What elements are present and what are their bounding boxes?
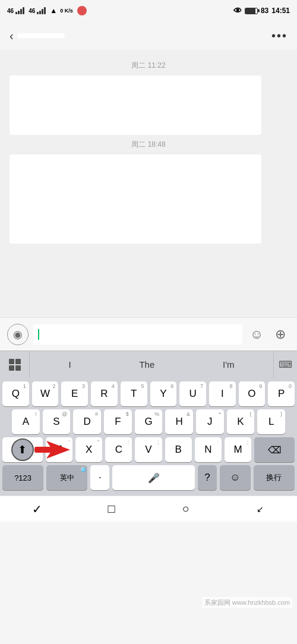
keyboard-row-3: ⬆ 'Z "X :C ;V B :N ;M ⌫ [2, 437, 295, 462]
status-left: 46 46 ▲ 0 K/s [7, 6, 87, 15]
keyboard-row-2: !A @S #D $F %G &H *J (K )L [2, 409, 295, 434]
key-f[interactable]: $F [104, 409, 132, 434]
key-h[interactable]: &H [165, 409, 193, 434]
num123-key[interactable]: ?123 [2, 465, 43, 490]
key-q[interactable]: 1Q [2, 381, 29, 406]
text-cursor [38, 329, 39, 340]
timestamp-1: 周二 11:22 [0, 61, 297, 71]
key-p[interactable]: 0P [268, 381, 295, 406]
plus-icon: ⊕ [275, 327, 286, 342]
key-v[interactable]: ;V [135, 437, 162, 462]
nav-bar: ✓ □ ○ ↙ [0, 495, 297, 522]
key-j[interactable]: *J [196, 409, 224, 434]
key-k[interactable]: (K [227, 409, 255, 434]
autocomplete-word-2[interactable]: The [134, 357, 159, 372]
message-bubble-2 [10, 154, 261, 244]
key-l[interactable]: )L [257, 409, 285, 434]
delete-key[interactable]: ⌫ [254, 437, 295, 462]
collapse-button[interactable]: ⌨ [273, 351, 297, 378]
keyboard-row-1: 1Q 2W 3E 4R 5T 6Y 7U 8I 9O 0P [2, 381, 295, 406]
key-m[interactable]: ;M [225, 437, 251, 462]
shift-circle: ⬆ [11, 438, 34, 461]
nav-recent-button[interactable]: ○ [174, 497, 198, 521]
message-bubble-1 [10, 75, 261, 135]
chat-area: 周二 11:22 周二 18:48 [0, 50, 297, 317]
key-d[interactable]: #D [73, 409, 101, 434]
top-nav: ‹ ••• [0, 21, 297, 50]
emoji-button[interactable]: ☺ [247, 325, 266, 344]
key-w[interactable]: 2W [32, 381, 59, 406]
key-a[interactable]: !A [12, 409, 40, 434]
key-i[interactable]: 8I [209, 381, 236, 406]
signal-bars-2 [37, 7, 46, 14]
nav-home-button[interactable]: □ [100, 497, 124, 521]
key-z[interactable]: 'Z [46, 437, 72, 462]
nav-check-icon: ✓ [32, 502, 42, 516]
autocomplete-word-1[interactable]: I [64, 357, 75, 372]
enter-key[interactable]: 换行 [254, 465, 295, 490]
eye-icon: 👁 [233, 6, 242, 15]
watermark: 系家园网 www.hnzkhbsb.com [202, 597, 292, 608]
back-arrow-icon: ‹ [10, 29, 14, 43]
battery-percent: 83 [261, 7, 268, 15]
battery-icon [245, 8, 258, 14]
key-t[interactable]: 5T [121, 381, 147, 406]
wifi-icon: ▲ [50, 7, 57, 15]
text-input[interactable] [33, 324, 242, 345]
apps-icon [9, 359, 21, 371]
input-bar: ◉ ☺ ⊕ [0, 317, 297, 351]
mic-key[interactable]: 🎤 [112, 465, 194, 490]
key-x[interactable]: "X [75, 437, 102, 462]
key-g[interactable]: %G [135, 409, 163, 434]
shift-icon: ⬆ [18, 443, 27, 456]
emoji-keyboard-key[interactable]: ☺ [220, 465, 251, 490]
status-right: 👁 83 14:51 [233, 6, 290, 15]
time: 14:51 [271, 7, 290, 15]
timestamp-2: 周二 18:48 [0, 140, 297, 150]
nav-home-icon: □ [108, 502, 115, 516]
apps-button[interactable] [0, 351, 30, 378]
status-bar: 46 46 ▲ 0 K/s 👁 83 14:51 [0, 0, 297, 21]
voice-icon: ◉ [13, 328, 23, 341]
key-e[interactable]: 3E [61, 381, 88, 406]
nav-recent-icon: ○ [182, 502, 189, 516]
collapse-icon: ⌨ [279, 359, 292, 370]
autocomplete-bar: I The I'm ⌨ [0, 351, 297, 378]
key-b[interactable]: B [165, 437, 192, 462]
more-button[interactable]: ••• [271, 29, 287, 43]
question-key[interactable]: ? [198, 465, 217, 490]
nav-back-button[interactable]: ✓ [26, 497, 49, 521]
key-u[interactable]: 7U [179, 381, 206, 406]
keyboard: 1Q 2W 3E 4R 5T 6Y 7U 8I 9O 0P !A @S #D $… [0, 378, 297, 495]
key-n[interactable]: :N [195, 437, 222, 462]
carrier-text: 46 [7, 8, 14, 14]
miui-icon [77, 6, 87, 15]
carrier2-text: 46 [29, 8, 35, 14]
contact-name [17, 33, 65, 38]
voice-button[interactable]: ◉ [7, 324, 29, 345]
delete-icon: ⌫ [268, 444, 282, 456]
dot-key[interactable]: · [90, 465, 109, 490]
key-y[interactable]: 6Y [150, 381, 177, 406]
back-button[interactable]: ‹ [10, 29, 65, 43]
key-s[interactable]: @S [43, 409, 71, 434]
nav-extra-button[interactable]: ↙ [248, 497, 272, 521]
autocomplete-word-3[interactable]: I'm [218, 357, 239, 372]
autocomplete-words: I The I'm [30, 357, 273, 372]
battery-fill [245, 8, 255, 14]
globe-indicator: 🌐 [81, 467, 86, 472]
signal-bars-1 [15, 7, 24, 14]
key-c[interactable]: :C [105, 437, 132, 462]
keyboard-row-4: ?123 英中 🌐 · 🎤 ? ☺ 换行 [2, 465, 295, 490]
network-speed: 0 K/s [60, 8, 73, 14]
plus-button[interactable]: ⊕ [271, 325, 290, 344]
key-o[interactable]: 9O [239, 381, 266, 406]
lang-key[interactable]: 英中 🌐 [46, 465, 87, 490]
nav-extra-icon: ↙ [257, 504, 264, 514]
shift-key[interactable]: ⬆ [2, 437, 43, 462]
key-r[interactable]: 4R [91, 381, 118, 406]
emoji-icon: ☺ [250, 327, 263, 342]
mic-icon: 🎤 [148, 472, 160, 484]
